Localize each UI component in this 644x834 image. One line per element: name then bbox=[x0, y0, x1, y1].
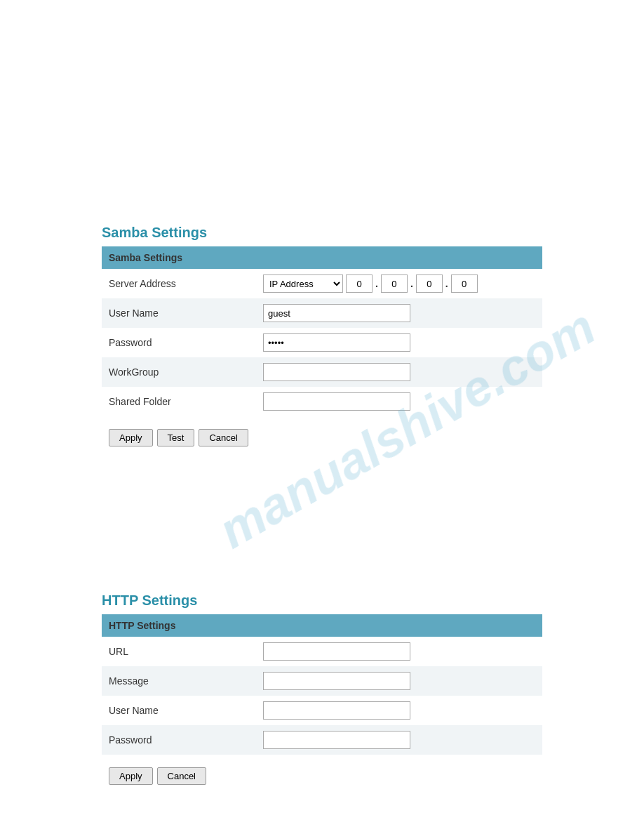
http-url-row: URL bbox=[102, 637, 542, 666]
samba-cancel-button[interactable]: Cancel bbox=[199, 429, 248, 446]
samba-username-input[interactable] bbox=[263, 304, 410, 322]
samba-workgroup-row: WorkGroup bbox=[102, 357, 542, 387]
samba-workgroup-label: WorkGroup bbox=[102, 357, 256, 387]
samba-settings-table: Samba Settings Server Address IP Address… bbox=[102, 246, 542, 416]
http-apply-button[interactable]: Apply bbox=[109, 767, 153, 785]
ip-octet-2[interactable] bbox=[381, 274, 408, 293]
ip-address-select[interactable]: IP Address Domain Name bbox=[263, 274, 343, 293]
samba-test-button[interactable]: Test bbox=[157, 429, 195, 446]
server-address-label: Server Address bbox=[102, 269, 256, 298]
http-url-input[interactable] bbox=[263, 642, 410, 661]
http-url-field bbox=[256, 637, 542, 666]
ip-octet-3[interactable] bbox=[416, 274, 443, 293]
samba-username-row: User Name bbox=[102, 298, 542, 328]
http-password-input[interactable] bbox=[263, 731, 410, 749]
http-section-title: HTTP Settings bbox=[102, 593, 542, 609]
samba-apply-button[interactable]: Apply bbox=[109, 429, 153, 446]
samba-password-input[interactable] bbox=[263, 333, 410, 352]
samba-sharedfolder-field bbox=[256, 387, 542, 416]
ip-dot-1: . bbox=[375, 278, 378, 289]
http-username-row: User Name bbox=[102, 696, 542, 725]
samba-table-header: Samba Settings bbox=[102, 246, 542, 269]
http-message-field bbox=[256, 666, 542, 696]
http-username-field bbox=[256, 696, 542, 725]
samba-workgroup-field bbox=[256, 357, 542, 387]
samba-settings-section: Samba Settings Samba Settings Server Add… bbox=[102, 225, 542, 452]
server-address-field: IP Address Domain Name . . . bbox=[256, 269, 542, 298]
samba-section-title: Samba Settings bbox=[102, 225, 542, 241]
http-message-row: Message bbox=[102, 666, 542, 696]
samba-sharedfolder-row: Shared Folder bbox=[102, 387, 542, 416]
http-password-label: Password bbox=[102, 725, 256, 755]
samba-username-label: User Name bbox=[102, 298, 256, 328]
http-settings-section: HTTP Settings HTTP Settings URL Message bbox=[102, 593, 542, 790]
http-table-header: HTTP Settings bbox=[102, 614, 542, 637]
ip-octet-1[interactable] bbox=[346, 274, 373, 293]
http-settings-table: HTTP Settings URL Message bbox=[102, 614, 542, 755]
samba-button-row: Apply Test Cancel bbox=[102, 423, 542, 452]
samba-username-field bbox=[256, 298, 542, 328]
ip-dot-2: . bbox=[410, 278, 413, 289]
samba-password-row: Password bbox=[102, 328, 542, 357]
http-username-input[interactable] bbox=[263, 701, 410, 720]
http-message-label: Message bbox=[102, 666, 256, 696]
samba-sharedfolder-input[interactable] bbox=[263, 392, 410, 411]
http-username-label: User Name bbox=[102, 696, 256, 725]
http-button-row: Apply Cancel bbox=[102, 762, 542, 790]
samba-password-field bbox=[256, 328, 542, 357]
server-address-row: Server Address IP Address Domain Name . … bbox=[102, 269, 542, 298]
samba-password-label: Password bbox=[102, 328, 256, 357]
http-password-field bbox=[256, 725, 542, 755]
ip-dot-3: . bbox=[445, 278, 448, 289]
http-password-row: Password bbox=[102, 725, 542, 755]
http-url-label: URL bbox=[102, 637, 256, 666]
http-cancel-button[interactable]: Cancel bbox=[157, 767, 206, 785]
http-message-input[interactable] bbox=[263, 672, 410, 690]
samba-workgroup-input[interactable] bbox=[263, 363, 410, 381]
ip-octet-4[interactable] bbox=[451, 274, 478, 293]
samba-sharedfolder-label: Shared Folder bbox=[102, 387, 256, 416]
